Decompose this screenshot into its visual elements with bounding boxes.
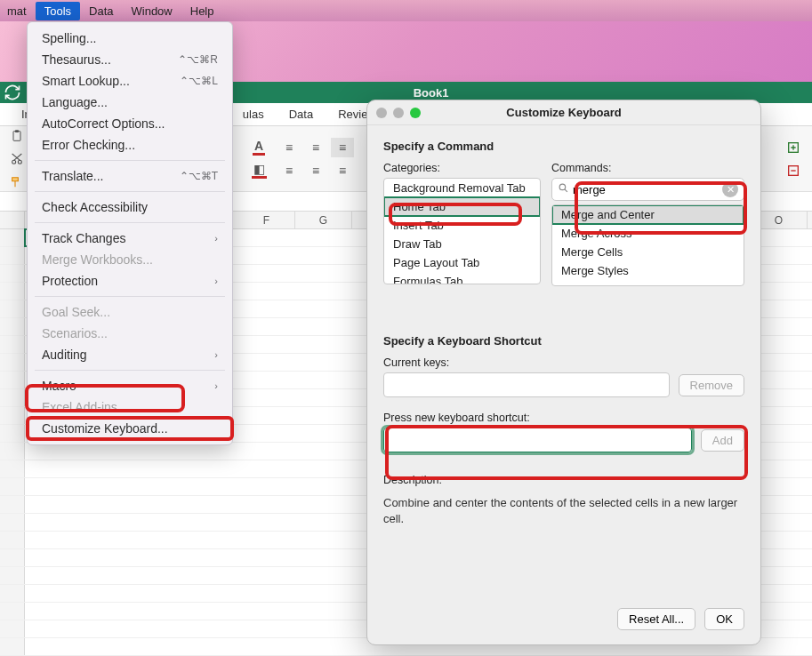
list-item[interactable]: Draw Tab bbox=[384, 235, 540, 253]
list-item[interactable]: Home Tab bbox=[384, 197, 540, 216]
minimize-icon[interactable] bbox=[393, 108, 404, 118]
menu-item[interactable]: Customize Keyboard... bbox=[28, 418, 232, 439]
clear-search-icon[interactable]: ✕ bbox=[722, 181, 738, 197]
format-painter-icon[interactable] bbox=[5, 172, 28, 192]
chevron-right-icon: › bbox=[214, 380, 218, 391]
menu-item-label: Merge Workbooks... bbox=[42, 252, 153, 267]
cut-icon[interactable] bbox=[5, 149, 28, 169]
categories-label: Categories: bbox=[383, 162, 541, 174]
categories-listbox[interactable]: Background Removal TabHome TabInsert Tab… bbox=[383, 178, 541, 284]
menu-item[interactable]: Translate...⌃⌥⌘T bbox=[28, 165, 232, 187]
list-item[interactable]: Merge Styles bbox=[552, 261, 744, 280]
menu-item-label: Spelling... bbox=[42, 31, 96, 45]
menu-item: Goal Seek... bbox=[28, 301, 232, 323]
customize-keyboard-dialog: Customize Keyboard Specify a Command Cat… bbox=[366, 100, 761, 645]
menu-item[interactable]: Check Accessibility bbox=[28, 196, 232, 218]
insert-cells-icon[interactable] bbox=[782, 138, 805, 157]
menu-item[interactable]: Smart Lookup...⌃⌥⌘L bbox=[28, 70, 232, 92]
specify-shortcut-heading: Specify a Keyboard Shortcut bbox=[383, 334, 744, 348]
press-new-label: Press new keyboard shortcut: bbox=[383, 412, 744, 424]
delete-cells-icon[interactable] bbox=[782, 161, 805, 180]
search-icon bbox=[558, 182, 569, 196]
ribbon-tab[interactable]: ulas bbox=[230, 104, 277, 124]
menu-item-data[interactable]: Data bbox=[80, 2, 122, 20]
menu-item[interactable]: Auditing› bbox=[28, 344, 232, 365]
commands-search[interactable]: ✕ bbox=[551, 178, 744, 201]
menu-item-label: Smart Lookup... bbox=[42, 74, 130, 88]
list-item[interactable]: Merge Across bbox=[552, 224, 744, 243]
row-header[interactable] bbox=[0, 229, 25, 246]
menu-separator bbox=[35, 191, 225, 192]
commands-listbox[interactable]: Merge and CenterMerge AcrossMerge CellsM… bbox=[551, 204, 744, 286]
menu-item-label: Customize Keyboard... bbox=[42, 421, 168, 436]
menu-separator bbox=[35, 296, 225, 297]
ribbon-tab[interactable]: Data bbox=[277, 104, 326, 124]
menu-item-label: Goal Seek... bbox=[42, 305, 110, 319]
menu-accelerator: ⌃⌥⌘R bbox=[178, 53, 218, 66]
menu-item-window[interactable]: Window bbox=[123, 2, 181, 20]
add-button[interactable]: Add bbox=[701, 429, 744, 452]
chevron-right-icon: › bbox=[214, 276, 218, 286]
menu-separator bbox=[35, 222, 225, 223]
list-item[interactable]: Merge and Center bbox=[552, 205, 744, 224]
commands-label: Commands: bbox=[551, 162, 744, 174]
align-middle-icon[interactable]: ≡ bbox=[304, 138, 327, 157]
menu-item[interactable]: Language... bbox=[28, 92, 232, 113]
new-shortcut-input[interactable] bbox=[383, 428, 692, 452]
remove-button[interactable]: Remove bbox=[679, 374, 744, 396]
list-item[interactable]: Formulas Tab bbox=[384, 272, 540, 284]
menu-item[interactable]: Macro› bbox=[28, 375, 232, 396]
specify-command-heading: Specify a Command bbox=[383, 140, 744, 153]
list-item[interactable]: Insert Tab bbox=[384, 216, 540, 235]
commands-search-input[interactable] bbox=[573, 183, 722, 196]
menu-item-label: Macro bbox=[42, 379, 76, 393]
menu-item-label: Scenarios... bbox=[42, 326, 108, 340]
align-center-icon[interactable]: ≡ bbox=[304, 161, 327, 180]
close-icon[interactable] bbox=[376, 108, 387, 118]
menu-item-label: Excel Add-ins... bbox=[42, 400, 128, 414]
dialog-titlebar: Customize Keyboard bbox=[367, 100, 760, 125]
list-item[interactable]: Merge Cells bbox=[552, 243, 744, 261]
menu-item[interactable]: AutoCorrect Options... bbox=[28, 113, 232, 134]
ok-button[interactable]: OK bbox=[704, 608, 744, 630]
svg-point-6 bbox=[559, 184, 566, 190]
menu-item-label: Track Changes bbox=[42, 231, 125, 245]
menu-item[interactable]: Error Checking... bbox=[28, 134, 232, 156]
menu-item-help[interactable]: Help bbox=[181, 2, 223, 20]
menu-item-format[interactable]: mat bbox=[4, 2, 36, 20]
sync-icon[interactable] bbox=[4, 84, 21, 101]
menu-accelerator: ⌃⌥⌘T bbox=[180, 170, 218, 182]
reset-all-button[interactable]: Reset All... bbox=[617, 608, 695, 630]
menu-item-label: Language... bbox=[42, 95, 108, 109]
menu-item[interactable]: Spelling... bbox=[28, 28, 232, 49]
menu-item-label: Error Checking... bbox=[42, 138, 135, 152]
svg-point-3 bbox=[18, 160, 21, 164]
svg-rect-1 bbox=[15, 130, 19, 132]
menu-item[interactable]: Track Changes› bbox=[28, 228, 232, 249]
align-top-icon[interactable]: ≡ bbox=[277, 138, 301, 157]
menu-item-label: Auditing bbox=[42, 348, 87, 362]
list-item[interactable]: Background Removal Tab bbox=[384, 179, 540, 197]
menu-item-tools[interactable]: Tools bbox=[36, 2, 80, 20]
svg-point-2 bbox=[12, 160, 16, 164]
menu-item: Scenarios... bbox=[28, 323, 232, 344]
align-left-icon[interactable]: ≡ bbox=[277, 161, 301, 180]
paste-icon[interactable] bbox=[5, 126, 28, 146]
menu-item[interactable]: Protection› bbox=[28, 270, 232, 292]
menu-item-label: AutoCorrect Options... bbox=[42, 116, 165, 131]
col-header[interactable]: G bbox=[295, 212, 352, 228]
font-color-icon[interactable]: A bbox=[247, 138, 270, 157]
list-item[interactable]: Page Layout Tab bbox=[384, 253, 540, 272]
zoom-icon[interactable] bbox=[410, 108, 421, 118]
col-header[interactable]: F bbox=[238, 212, 295, 228]
menu-item: Excel Add-ins... bbox=[28, 396, 232, 418]
menu-accelerator: ⌃⌥⌘L bbox=[180, 75, 218, 87]
select-all-corner[interactable] bbox=[0, 212, 25, 228]
chevron-right-icon: › bbox=[214, 233, 218, 244]
menu-item[interactable]: Thesaurus...⌃⌥⌘R bbox=[28, 49, 232, 70]
align-right-icon[interactable]: ≡ bbox=[331, 161, 354, 180]
menu-item-label: Protection bbox=[42, 274, 98, 288]
align-bottom-icon[interactable]: ≡ bbox=[331, 138, 354, 157]
fill-color-icon[interactable]: ◧ bbox=[247, 161, 270, 180]
current-keys-field[interactable] bbox=[383, 372, 670, 397]
